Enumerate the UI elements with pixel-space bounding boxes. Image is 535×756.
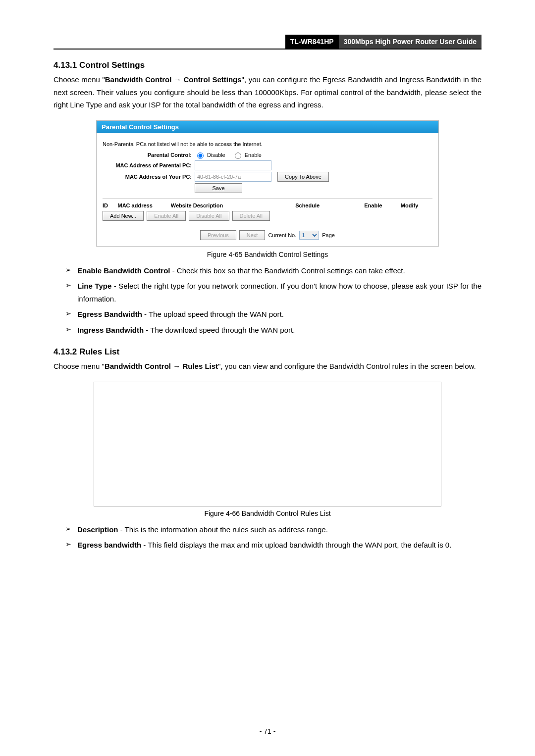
figure-panel-rules-list [94, 382, 441, 506]
term: Enable Bandwidth Control [77, 266, 170, 275]
desc: - Select the right type for you network … [77, 282, 482, 303]
section-heading-rules-list: 4.13.2 Rules List [54, 347, 482, 357]
arrow-right-icon: → [173, 362, 182, 370]
th-id: ID [103, 202, 117, 208]
input-mac-your[interactable] [195, 172, 271, 182]
panel-title: Parental Control Settings [97, 121, 438, 133]
radio-disable-label: Disable [207, 152, 225, 158]
list-item: Enable Bandwidth Control - Check this bo… [65, 264, 482, 277]
panel-footer: Previous Next Current No. 1 Page [103, 226, 432, 240]
previous-button[interactable]: Previous [200, 230, 236, 240]
text: ", you can view and configure the Bandwi… [218, 362, 476, 370]
desc: - The upload speed through the WAN port. [142, 310, 284, 318]
arrow-right-icon: → [174, 75, 184, 84]
save-button[interactable]: Save [195, 183, 242, 193]
header-title: 300Mbps High Power Router User Guide [339, 35, 482, 49]
desc: - The download speed through the WAN por… [144, 326, 295, 334]
term: Egress Bandwidth [77, 310, 142, 318]
disable-all-button[interactable]: Disable All [189, 211, 229, 221]
term: Line Type [77, 282, 111, 290]
rules-button-row: Add New... Enable All Disable All Delete… [103, 211, 432, 221]
document-header: TL-WR841HP 300Mbps High Power Router Use… [54, 35, 482, 50]
section1-intro: Choose menu "Bandwidth Control → Control… [54, 73, 482, 111]
breadcrumb-2: Control Settings [184, 75, 242, 84]
section2-intro: Choose menu "Bandwidth Control → Rules L… [54, 360, 482, 373]
radio-enable[interactable]: Enable [232, 151, 262, 159]
panel-note: Non-Parental PCs not listed will not be … [103, 141, 432, 147]
desc: - This is the information about the rule… [118, 525, 328, 534]
rules-table-header: ID MAC address Website Description Sched… [103, 202, 432, 209]
list-item: Egress Bandwidth - The upload speed thro… [65, 308, 482, 321]
label-mac-your: MAC Address of Your PC: [103, 174, 195, 180]
desc: - Check this box so that the Bandwidth C… [170, 266, 405, 275]
breadcrumb-1: Bandwidth Control [105, 362, 171, 370]
label-parental-control: Parental Control: [103, 152, 195, 158]
delete-all-button[interactable]: Delete All [232, 211, 270, 221]
bullets-rules-list: Description - This is the information ab… [54, 523, 482, 552]
breadcrumb-1: Bandwidth Control [105, 75, 172, 84]
th-schedule: Schedule [295, 202, 364, 208]
divider [103, 198, 432, 199]
term: Description [77, 525, 118, 534]
th-modify: Modify [401, 202, 432, 208]
th-enable: Enable [364, 202, 401, 208]
list-item: Egress bandwidth - This field displays t… [65, 539, 482, 552]
list-item: Line Type - Select the right type for yo… [65, 280, 482, 305]
th-web: Website Description [171, 202, 295, 208]
term: Egress bandwidth [77, 541, 141, 549]
add-new-button[interactable]: Add New... [103, 211, 144, 221]
page-label: Page [322, 232, 335, 238]
figure-caption-66: Figure 4-66 Bandwidth Control Rules List [54, 509, 482, 517]
page-select[interactable]: 1 [299, 231, 319, 240]
bullets-control-settings: Enable Bandwidth Control - Check this bo… [54, 264, 482, 337]
text: Choose menu " [54, 362, 105, 370]
figure-panel-control-settings: Parental Control Settings Non-Parental P… [96, 120, 439, 247]
current-no-label: Current No. [268, 232, 296, 238]
next-button[interactable]: Next [239, 230, 266, 240]
th-mac: MAC address [117, 202, 170, 208]
header-model: TL-WR841HP [285, 35, 339, 49]
radio-disable[interactable]: Disable [195, 151, 225, 159]
list-item: Description - This is the information ab… [65, 523, 482, 536]
term: Ingress Bandwidth [77, 326, 144, 334]
breadcrumb-2: Rules List [182, 362, 218, 370]
copy-to-above-button[interactable]: Copy To Above [277, 172, 329, 182]
desc: - This field displays the max and mix up… [141, 541, 451, 549]
enable-all-button[interactable]: Enable All [147, 211, 186, 221]
input-mac-parent[interactable] [195, 160, 271, 170]
page-number: - 71 - [0, 727, 535, 735]
text: Choose menu " [54, 75, 105, 84]
label-mac-parent: MAC Address of Parental PC: [103, 162, 195, 168]
radio-disable-input[interactable] [197, 152, 204, 159]
figure-caption-65: Figure 4-65 Bandwidth Control Settings [54, 251, 482, 258]
list-item: Ingress Bandwidth - The download speed t… [65, 324, 482, 337]
radio-enable-input[interactable] [235, 152, 241, 159]
radio-enable-label: Enable [245, 152, 262, 158]
section-heading-control-settings: 4.13.1 Control Settings [54, 60, 482, 70]
